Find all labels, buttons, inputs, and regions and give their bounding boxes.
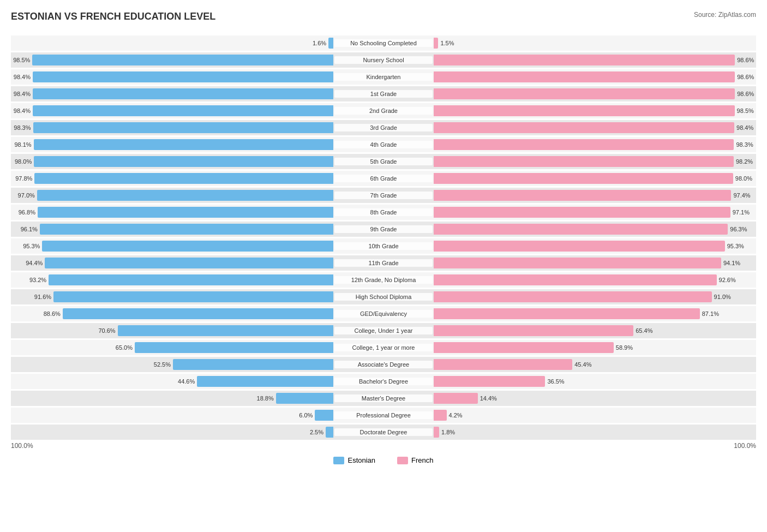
- row-label: Kindergarten: [334, 73, 433, 81]
- right-side: 92.6%: [433, 272, 756, 288]
- bar-wrapper: 95.3% 10th Grade 95.3%: [11, 238, 756, 254]
- axis-bottom: 100.0% 100.0%: [11, 442, 756, 450]
- right-side: 97.4%: [433, 188, 756, 203]
- bar-row: 98.4% 2nd Grade 98.5%: [11, 103, 756, 118]
- row-label: 9th Grade: [334, 225, 433, 233]
- bar-estonian: [49, 274, 333, 285]
- legend-estonian: Estonian: [333, 456, 375, 464]
- bar-wrapper: 1.6% No Schooling Completed 1.5%: [11, 35, 756, 51]
- right-value: 98.3%: [736, 141, 753, 148]
- bar-wrapper: 93.2% 12th Grade, No Diploma 92.6%: [11, 272, 756, 288]
- left-side: 70.6%: [11, 323, 334, 338]
- bar-wrapper: 91.6% High School Diploma 91.0%: [11, 289, 756, 304]
- row-label: College, 1 year or more: [334, 344, 433, 351]
- bar-wrapper: 65.0% College, 1 year or more 58.9%: [11, 340, 756, 355]
- chart-source: Source: ZipAtlas.com: [694, 11, 756, 19]
- bar-row: 98.4% Kindergarten 98.6%: [11, 69, 756, 85]
- bar-wrapper: 96.8% 8th Grade 97.1%: [11, 205, 756, 220]
- right-side: 45.4%: [433, 357, 756, 372]
- right-value: 1.8%: [441, 429, 455, 435]
- bar-wrapper: 2.5% Doctorate Degree 1.8%: [11, 425, 756, 440]
- right-value: 97.4%: [733, 192, 750, 199]
- bar-french: [434, 207, 730, 218]
- bar-row: 70.6% College, Under 1 year 65.4%: [11, 323, 756, 338]
- left-side: 96.8%: [11, 205, 334, 220]
- right-value: 91.0%: [714, 294, 731, 300]
- legend-french-box: [397, 457, 408, 464]
- row-label: Master's Degree: [334, 394, 433, 402]
- right-side: 98.6%: [433, 69, 756, 85]
- bar-row: 98.4% 1st Grade 98.6%: [11, 86, 756, 101]
- right-value: 45.4%: [574, 361, 591, 368]
- legend-estonian-label: Estonian: [347, 456, 375, 464]
- bar-estonian: [40, 224, 333, 235]
- left-value: 94.4%: [26, 260, 43, 266]
- bar-row: 93.2% 12th Grade, No Diploma 92.6%: [11, 272, 756, 288]
- bar-wrapper: 98.4% Kindergarten 98.6%: [11, 69, 756, 85]
- bar-estonian: [197, 376, 333, 387]
- left-value: 98.4%: [14, 74, 31, 80]
- bar-french: [434, 376, 545, 387]
- right-side: 91.0%: [433, 289, 756, 304]
- left-side: 88.6%: [11, 306, 334, 321]
- right-side: 4.2%: [433, 408, 756, 423]
- left-value: 98.4%: [14, 107, 31, 114]
- bar-estonian: [33, 88, 333, 99]
- bar-wrapper: 52.5% Associate's Degree 45.4%: [11, 357, 756, 372]
- bar-wrapper: 97.0% 7th Grade 97.4%: [11, 188, 756, 203]
- right-side: 98.4%: [433, 120, 756, 135]
- bar-french: [434, 224, 728, 235]
- bar-row: 98.5% Nursery School 98.6%: [11, 52, 756, 68]
- left-side: 96.1%: [11, 222, 334, 237]
- bar-french: [434, 190, 731, 201]
- bar-wrapper: 98.4% 1st Grade 98.6%: [11, 86, 756, 101]
- right-value: 98.6%: [737, 91, 754, 97]
- bar-row: 98.1% 4th Grade 98.3%: [11, 137, 756, 152]
- left-value: 98.5%: [13, 57, 30, 63]
- left-value: 18.8%: [257, 395, 274, 402]
- bar-estonian: [34, 156, 333, 167]
- left-value: 96.1%: [21, 226, 38, 232]
- row-label: No Schooling Completed: [334, 39, 433, 47]
- right-value: 1.5%: [440, 40, 454, 46]
- left-value: 70.6%: [98, 327, 115, 334]
- axis-left-label: 100.0%: [11, 442, 33, 450]
- right-value: 94.1%: [723, 260, 740, 266]
- left-side: 2.5%: [11, 425, 334, 440]
- bar-french: [434, 393, 478, 404]
- row-label: Bachelor's Degree: [334, 378, 433, 385]
- chart-title: ESTONIAN VS FRENCH EDUCATION LEVEL: [11, 11, 215, 22]
- right-value: 4.2%: [449, 412, 463, 419]
- right-side: 36.5%: [433, 374, 756, 389]
- bar-french: [434, 410, 447, 421]
- right-value: 98.6%: [737, 57, 754, 63]
- left-value: 91.6%: [34, 294, 51, 300]
- bar-french: [434, 122, 734, 133]
- bar-estonian: [326, 427, 333, 438]
- bar-french: [434, 342, 614, 353]
- bar-row: 65.0% College, 1 year or more 58.9%: [11, 340, 756, 355]
- bar-estonian: [32, 55, 333, 65]
- bar-french: [434, 55, 735, 65]
- right-side: 98.6%: [433, 52, 756, 68]
- row-label: Associate's Degree: [334, 361, 433, 368]
- left-side: 65.0%: [11, 340, 334, 355]
- bar-wrapper: 98.3% 3rd Grade 98.4%: [11, 120, 756, 135]
- left-value: 88.6%: [44, 310, 61, 317]
- bar-estonian: [37, 190, 333, 201]
- left-side: 98.4%: [11, 103, 334, 118]
- bar-row: 2.5% Doctorate Degree 1.8%: [11, 425, 756, 440]
- bar-estonian: [33, 122, 333, 133]
- bar-french: [434, 427, 439, 438]
- bar-estonian: [34, 173, 333, 184]
- bar-french: [434, 88, 735, 99]
- left-side: 95.3%: [11, 238, 334, 254]
- bar-row: 88.6% GED/Equivalency 87.1%: [11, 306, 756, 321]
- left-side: 98.5%: [11, 52, 334, 68]
- bar-row: 97.8% 6th Grade 98.0%: [11, 171, 756, 186]
- bar-estonian: [38, 207, 333, 218]
- left-side: 98.0%: [11, 154, 334, 169]
- bar-estonian: [63, 308, 333, 319]
- left-value: 65.0%: [116, 344, 133, 351]
- row-label: GED/Equivalency: [334, 310, 433, 318]
